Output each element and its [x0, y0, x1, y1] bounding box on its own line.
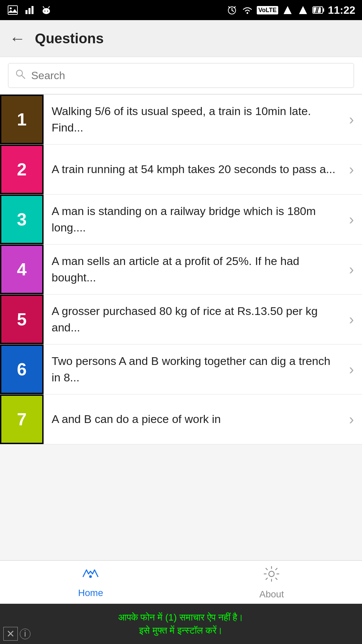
alarm-icon: [226, 4, 238, 16]
question-number-4: 4: [0, 245, 44, 294]
svg-point-6: [45, 11, 46, 12]
question-text-5: A grosser purchased 80 kg of rice at Rs.…: [44, 296, 349, 343]
search-input[interactable]: [31, 69, 347, 82]
nav-home[interactable]: Home: [78, 567, 103, 598]
svg-point-10: [43, 6, 44, 7]
svg-rect-2: [25, 10, 27, 14]
question-item[interactable]: 1Walking 5/6 of its usual speed, a train…: [0, 95, 362, 145]
svg-rect-4: [32, 6, 34, 14]
question-text-6: Two persons A and B working together can…: [44, 346, 349, 393]
question-number-3: 3: [0, 195, 44, 244]
svg-point-27: [89, 575, 92, 578]
search-container: [0, 57, 362, 95]
svg-point-28: [269, 571, 274, 577]
svg-point-11: [49, 6, 50, 7]
ad-info-icon[interactable]: i: [20, 629, 31, 639]
ad-close-button[interactable]: ✕: [3, 627, 18, 641]
question-list-container: 1Walking 5/6 of its usual speed, a train…: [0, 95, 362, 444]
nav-about[interactable]: About: [259, 565, 284, 600]
question-number-1: 1: [0, 95, 44, 144]
question-text-3: A man is standing on a railway bridge wh…: [44, 196, 349, 243]
chevron-icon-2: ›: [349, 161, 362, 178]
volte-icon: VoLTE: [257, 6, 278, 14]
time-display: 11:22: [328, 4, 355, 16]
question-text-7: A and B can do a piece of work in: [44, 404, 349, 434]
status-bar-left-icons: [7, 4, 52, 16]
svg-marker-18: [284, 6, 292, 14]
question-number-6: 6: [0, 344, 44, 394]
ad-close-area: ✕ i: [3, 627, 31, 641]
signal2-icon: [297, 4, 309, 16]
chevron-icon-1: ›: [349, 111, 362, 128]
svg-point-7: [47, 11, 48, 12]
question-text-4: A man sells an article at a profit of 25…: [44, 246, 349, 293]
question-text-1: Walking 5/6 of its usual speed, a train …: [44, 96, 349, 143]
search-icon: [15, 69, 26, 82]
home-activity-icon: [82, 567, 99, 585]
chevron-icon-5: ›: [349, 311, 362, 328]
svg-point-1: [10, 7, 12, 9]
wifi-icon: [241, 4, 253, 16]
question-item[interactable]: 3A man is standing on a railway bridge w…: [0, 195, 362, 245]
question-item[interactable]: 4A man sells an article at a profit of 2…: [0, 245, 362, 294]
svg-line-15: [229, 7, 230, 8]
question-list: 1Walking 5/6 of its usual speed, a train…: [0, 95, 362, 568]
svg-marker-19: [299, 6, 307, 14]
svg-point-5: [43, 8, 50, 14]
chevron-icon-4: ›: [349, 261, 362, 278]
chevron-icon-6: ›: [349, 361, 362, 378]
toolbar: ← Questions: [0, 20, 362, 57]
ad-text-line1: आपके फोन में (1) समाचार ऐप नहीं है।: [118, 611, 244, 624]
svg-point-17: [246, 12, 248, 14]
signal1-icon: [282, 4, 294, 16]
image-icon: [7, 4, 19, 16]
bar-chart-icon: [23, 4, 36, 16]
ad-banner: आपके फोन में (1) समाचार ऐप नहीं है। इसे …: [0, 604, 362, 644]
svg-line-14: [232, 10, 234, 11]
svg-rect-3: [28, 8, 31, 14]
home-label: Home: [78, 588, 103, 598]
chevron-icon-7: ›: [349, 411, 362, 428]
question-text-2: A train running at 54 kmph takes 20 seco…: [44, 154, 349, 184]
back-button[interactable]: ←: [9, 31, 25, 47]
page-title: Questions: [35, 31, 104, 47]
question-item[interactable]: 6Two persons A and B working together ca…: [0, 344, 362, 394]
question-number-2: 2: [0, 145, 44, 194]
svg-rect-0: [8, 6, 17, 14]
question-number-7: 7: [0, 394, 44, 444]
question-item[interactable]: 7A and B can do a piece of work in›: [0, 394, 362, 444]
svg-line-16: [234, 7, 235, 8]
svg-line-26: [22, 75, 25, 78]
svg-rect-21: [323, 8, 324, 12]
status-bar-right-icons: VoLTE 11:22: [226, 4, 355, 16]
about-label: About: [259, 589, 284, 600]
status-bar: VoLTE 11:22: [0, 0, 362, 20]
battery-icon: [312, 4, 324, 16]
chevron-icon-3: ›: [349, 211, 362, 228]
search-wrapper[interactable]: [8, 63, 354, 88]
android-icon: [40, 4, 52, 16]
bottom-nav: Home About: [0, 560, 362, 604]
ad-text-line2: इसे मुफ्त में इन्स्टॉल करें।: [118, 624, 244, 637]
question-number-5: 5: [0, 294, 44, 344]
settings-icon: [263, 565, 280, 586]
question-item[interactable]: 5A grosser purchased 80 kg of rice at Rs…: [0, 294, 362, 344]
question-item[interactable]: 2A train running at 54 kmph takes 20 sec…: [0, 145, 362, 195]
